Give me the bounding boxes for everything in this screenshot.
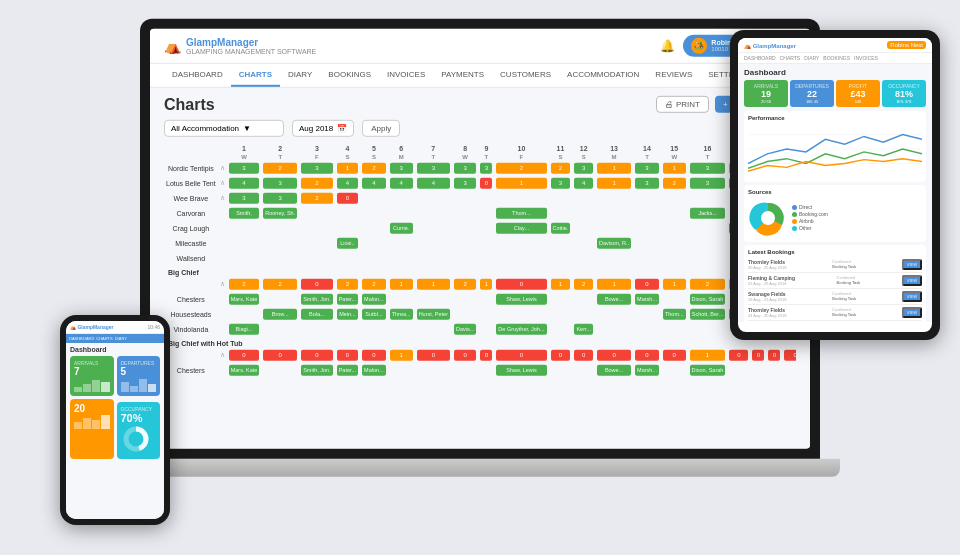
chart-cell-number[interactable]: 2	[263, 162, 297, 173]
chart-cell-number[interactable]: 1	[417, 278, 450, 289]
nav-item-payments[interactable]: PAYMENTS	[433, 63, 492, 86]
row-toggle[interactable]: ∧	[218, 190, 227, 205]
print-button[interactable]: 🖨 PRINT	[656, 96, 709, 113]
chart-cell-number[interactable]: 2	[663, 177, 686, 188]
chart-cell-number[interactable]: 3	[690, 177, 726, 188]
row-toggle[interactable]	[218, 306, 227, 321]
row-toggle[interactable]	[218, 250, 227, 265]
row-toggle[interactable]: ∧	[218, 276, 227, 291]
view-booking-button-3[interactable]: VIEW	[902, 291, 922, 302]
chart-cell-name[interactable]: Dixon, Sarah	[690, 364, 726, 375]
chart-cell-number[interactable]: 4	[390, 177, 413, 188]
chart-cell-name[interactable]: Clay...	[496, 222, 546, 233]
chart-cell-number[interactable]: 0	[635, 278, 659, 289]
nav-item-customers[interactable]: CUSTOMERS	[492, 63, 559, 86]
chart-cell-number[interactable]: 1	[690, 349, 726, 360]
chart-cell-name[interactable]: Brow...	[263, 308, 297, 319]
tablet-nav-invoices[interactable]: INVOICES	[854, 55, 878, 61]
chart-cell-number[interactable]: 3	[417, 162, 450, 173]
tablet-nav-bookings[interactable]: BOOKINGS	[823, 55, 850, 61]
chart-cell-number[interactable]: 0	[574, 349, 593, 360]
chart-cell-number[interactable]: 3	[263, 192, 297, 203]
chart-cell-name[interactable]: Currie.	[390, 222, 413, 233]
chart-cell-number[interactable]: 1	[597, 162, 631, 173]
row-toggle[interactable]: ∧	[218, 160, 227, 175]
chart-cell-number[interactable]: 0	[480, 349, 492, 360]
chart-cell-name[interactable]: Davis...	[454, 323, 476, 334]
chart-cell-name[interactable]: Bowe...	[597, 364, 631, 375]
chart-cell-number[interactable]: 3	[551, 177, 571, 188]
chart-cell-name[interactable]: Smith, Jon.	[301, 364, 333, 375]
chart-cell-number[interactable]: 0	[454, 349, 476, 360]
chart-cell-number[interactable]: 0	[729, 349, 748, 360]
row-toggle[interactable]	[218, 291, 227, 306]
nav-item-bookings[interactable]: BOOKINGS	[320, 63, 379, 86]
chart-cell-number[interactable]: 4	[574, 177, 593, 188]
chart-cell-name[interactable]: Malon...	[362, 293, 386, 304]
chart-cell-number[interactable]: 3	[390, 162, 413, 173]
chart-cell-number[interactable]: 0	[635, 349, 659, 360]
chart-cell-number[interactable]: 0	[337, 349, 358, 360]
row-toggle[interactable]: ∧	[218, 175, 227, 190]
chart-cell-name[interactable]: Sutbl...	[362, 308, 386, 319]
chart-cell-number[interactable]: 0	[597, 349, 631, 360]
chart-cell-number[interactable]: 1	[663, 162, 686, 173]
chart-cell-name[interactable]: Mars, Kate	[229, 364, 260, 375]
chart-cell-number[interactable]: 1	[597, 177, 631, 188]
tablet-nav-charts[interactable]: CHARTS	[780, 55, 800, 61]
chart-cell-name[interactable]: Hurst, Peter	[417, 308, 450, 319]
nav-item-invoices[interactable]: INVOICES	[379, 63, 433, 86]
chart-cell-name[interactable]: De Gruyther, Joh...	[496, 323, 546, 334]
view-booking-button-4[interactable]: VIEW	[902, 307, 922, 318]
chart-cell-name[interactable]: Liosi..	[337, 237, 358, 248]
chart-cell-name[interactable]: Cottie.	[551, 222, 571, 233]
chart-cell-number[interactable]: 2	[574, 278, 593, 289]
row-toggle[interactable]	[218, 362, 227, 377]
chart-cell-name[interactable]: Shaw, Lewis	[496, 364, 546, 375]
chart-cell-number[interactable]: 3	[229, 162, 260, 173]
chart-cell-name[interactable]: Smith, Jon.	[301, 293, 333, 304]
chart-cell-number[interactable]: 4	[417, 177, 450, 188]
chart-cell-number[interactable]: 3	[301, 162, 333, 173]
chart-cell-number[interactable]: 3	[454, 162, 476, 173]
chart-cell-number[interactable]: 2	[301, 177, 333, 188]
chart-cell-number[interactable]: 0	[663, 349, 686, 360]
row-toggle[interactable]	[218, 321, 227, 336]
chart-cell-number[interactable]: 2	[362, 278, 386, 289]
chart-cell-number[interactable]: 0	[496, 278, 546, 289]
chart-cell-name[interactable]: Thom...	[663, 308, 686, 319]
chart-cell-number[interactable]: 2	[362, 162, 386, 173]
chart-cell-number[interactable]: 2	[263, 278, 297, 289]
chart-cell-number[interactable]: 0	[362, 349, 386, 360]
chart-cell-number[interactable]: 1	[597, 278, 631, 289]
chart-cell-number[interactable]: 1	[390, 278, 413, 289]
chart-cell-number[interactable]: 3	[454, 177, 476, 188]
apply-button[interactable]: Apply	[362, 120, 400, 137]
chart-cell-number[interactable]: 0	[551, 349, 571, 360]
nav-item-accommodation[interactable]: ACCOMMODATION	[559, 63, 647, 86]
chart-cell-number[interactable]: 2	[551, 162, 571, 173]
chart-cell-number[interactable]: 2	[229, 278, 260, 289]
chart-cell-number[interactable]: 0	[229, 349, 260, 360]
chart-cell-number[interactable]: 4	[362, 177, 386, 188]
row-toggle[interactable]	[218, 220, 227, 235]
chart-cell-number[interactable]: 0	[417, 349, 450, 360]
chart-cell-number[interactable]: 0	[480, 177, 492, 188]
chart-cell-number[interactable]: 2	[337, 278, 358, 289]
chart-cell-number[interactable]: 0	[768, 349, 780, 360]
nav-item-charts[interactable]: CHARTS	[231, 63, 280, 86]
chart-cell-name[interactable]: Shaw, Lewis	[496, 293, 546, 304]
chart-cell-name[interactable]: Mein...	[337, 308, 358, 319]
date-filter[interactable]: Aug 2018 📅	[292, 120, 354, 137]
chart-cell-number[interactable]: 4	[229, 177, 260, 188]
chart-cell-name[interactable]: Bowe...	[597, 293, 631, 304]
chart-cell-name[interactable]: Biagi...	[229, 323, 260, 334]
chart-cell-number[interactable]: 2	[301, 192, 333, 203]
row-toggle[interactable]: ∧	[218, 347, 227, 362]
chart-cell-number[interactable]: 3	[690, 162, 726, 173]
chart-cell-number[interactable]: 1	[390, 349, 413, 360]
tablet-nav-diary[interactable]: DIARY	[804, 55, 819, 61]
chart-cell-name[interactable]: Schott, Ber...	[690, 308, 726, 319]
chart-cell-number[interactable]: 1	[496, 177, 546, 188]
chart-cell-number[interactable]: 0	[301, 349, 333, 360]
